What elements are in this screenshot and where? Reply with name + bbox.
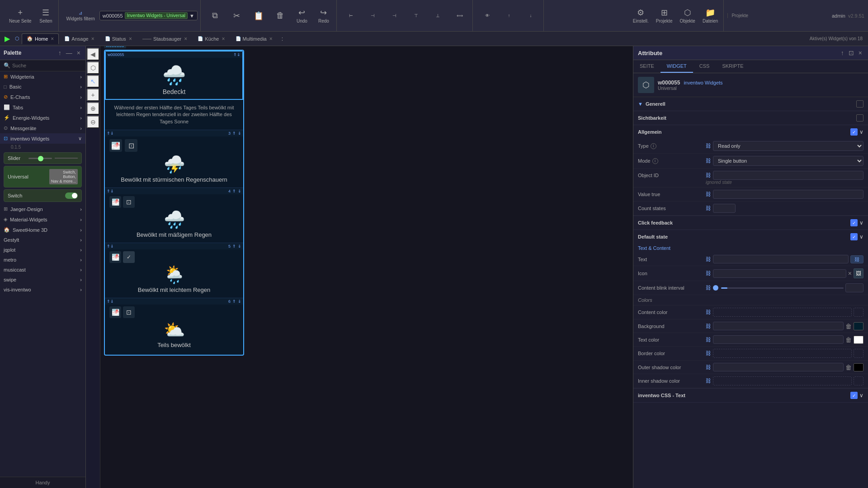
type-link-icon[interactable]: ⛓ <box>706 143 711 149</box>
blink-value-input[interactable]: 0 <box>845 283 863 292</box>
category-energie[interactable]: ⚡ Energie-Widgets › <box>0 113 85 123</box>
attr-expand-button[interactable]: ↑ <box>840 49 845 57</box>
content-color-link[interactable]: ⛓ <box>706 309 711 315</box>
section-inventwo-css-header[interactable]: inventwo CSS - Text ✓ ∨ <box>633 389 868 402</box>
files-button[interactable]: 📁 Dateien <box>700 6 721 25</box>
bordercolor-swatch[interactable] <box>854 349 863 358</box>
category-musiccast[interactable]: musiccast › <box>0 265 85 275</box>
icon-clear-button[interactable]: × <box>848 270 852 277</box>
tab-more-button[interactable]: : <box>278 34 287 44</box>
textcolor-input[interactable]: rgba(255,255,255,1) <box>713 335 844 344</box>
tab-status-close[interactable]: × <box>129 36 132 42</box>
tab-ansage-close[interactable]: × <box>91 36 94 42</box>
align-center-button[interactable]: ⊣ <box>363 11 383 20</box>
category-inventwo[interactable]: ⊡ inventwo Widgets ∨ <box>0 133 85 144</box>
bordercolor-input[interactable] <box>713 349 852 358</box>
tab-kueche-close[interactable]: × <box>222 36 225 42</box>
text-field-input[interactable]: {daswetter.0.NextHours.Location_1.Day_1.… <box>713 255 849 263</box>
valuetrue-input[interactable] <box>713 190 863 199</box>
delete-button[interactable]: 🗑 <box>270 9 290 22</box>
blink-link-icon[interactable]: ⛓ <box>706 285 711 291</box>
mode-select[interactable]: Single button <box>713 156 863 166</box>
category-swipe[interactable]: swipe › <box>0 275 85 285</box>
import-button[interactable]: ↓ <box>521 11 541 20</box>
objectid-link-icon[interactable]: ⛓ <box>706 172 711 178</box>
category-metro[interactable]: metro › <box>0 255 85 265</box>
play-button[interactable]: ▶ <box>2 34 13 43</box>
textcolor-link[interactable]: ⛓ <box>706 337 711 343</box>
category-material[interactable]: ◈ Material-Widgets › <box>0 214 85 225</box>
content-color-input[interactable] <box>713 308 852 317</box>
section-sichtbarkeit-header[interactable]: Sichtbarkeit <box>633 111 868 125</box>
section-generell-header[interactable]: ▼ Generell <box>633 97 868 111</box>
inventwo-css-checkbox[interactable]: ✓ <box>850 392 858 399</box>
outershadow-link[interactable]: ⛓ <box>706 364 711 371</box>
category-echarts[interactable]: ⊘ E-Charts › <box>0 92 85 102</box>
palette-universal-card[interactable]: Universal Switch, Button, Nav & more... <box>4 166 82 188</box>
tab-home[interactable]: 🏠 Home × <box>22 33 59 44</box>
clickfeedback-checkbox[interactable]: ✓ <box>850 219 858 226</box>
category-jaeger[interactable]: ⊞ Jaeger-Design › <box>0 204 85 214</box>
redo-button[interactable]: ↪ Redo <box>314 6 334 25</box>
defaultstate-checkbox[interactable]: ✓ <box>850 233 858 240</box>
textcolor-swatch[interactable] <box>854 336 863 344</box>
weather-widget[interactable]: w000055 ⇑⇓ 🌧️ Bedeckt Während der ersten… <box>104 50 244 356</box>
filter-button[interactable]: ⊿ Widgets filtern <box>63 9 97 23</box>
cut-button[interactable]: ✂ <box>227 9 247 23</box>
countstates-link-icon[interactable]: ⛓ <box>706 205 711 211</box>
attr-float-button[interactable]: ⊡ <box>847 49 855 57</box>
tab-kueche[interactable]: 📄 Küche × <box>193 33 230 44</box>
countstates-input[interactable]: 0 <box>713 204 736 213</box>
type-select[interactable]: Read only <box>713 141 863 151</box>
tab-ansage[interactable]: 📄 Ansage × <box>59 33 99 44</box>
align-left-button[interactable]: ⊢ <box>341 11 361 20</box>
align-top-button[interactable]: ⊤ <box>406 11 426 20</box>
objectid-input[interactable]: nothing_selected <box>713 171 863 180</box>
palette-close-button[interactable]: × <box>75 49 82 57</box>
undo-button[interactable]: ↩ Undo <box>292 6 312 25</box>
section-clickfeedback-header[interactable]: Click feedback ✓ ∨ <box>633 216 868 230</box>
pages-button[interactable]: ☰ Seiten <box>36 6 56 25</box>
tab-staubsauger[interactable]: —— Staubsauger × <box>137 33 192 44</box>
icon-preview-thumb[interactable]: 🖼 <box>854 268 863 278</box>
icon-field-input[interactable]: {daswetter.0.NextHours.Location_1.Day_1.… <box>713 269 846 278</box>
align-right-button[interactable]: ⊣ <box>385 11 405 20</box>
palette-slider-card[interactable]: Slider <box>4 152 82 164</box>
section-defaultstate-header[interactable]: Default state ✓ ∨ <box>633 230 868 244</box>
settings-button[interactable]: ⚙ Einstell. <box>630 6 651 25</box>
mode-info-icon[interactable]: i <box>652 158 658 164</box>
objects-button[interactable]: ⬡ Objekte <box>677 6 698 25</box>
text-link-icon[interactable]: ⛓ <box>706 256 711 263</box>
palette-search-input[interactable] <box>12 63 82 68</box>
background-clear-button[interactable]: 🗑 <box>845 323 852 330</box>
category-messgeraete[interactable]: ⊙ Messgeräte › <box>0 123 85 133</box>
side-nav-collapse[interactable]: ◀ <box>87 48 99 61</box>
tab-home-close[interactable]: × <box>51 36 54 42</box>
outershadow-swatch[interactable] <box>854 363 863 371</box>
projects-button[interactable]: ⊞ Projekte <box>653 6 675 25</box>
side-nav-add[interactable]: + <box>87 89 99 101</box>
side-nav-zoom-out[interactable]: ⊖ <box>87 116 99 128</box>
attr-tab-skripte[interactable]: SKRIPTE <box>716 60 750 73</box>
category-jqplot[interactable]: jqplot › <box>0 245 85 255</box>
mode-link-icon[interactable]: ⛓ <box>706 158 711 164</box>
side-nav-select[interactable]: ↖ <box>87 75 99 88</box>
tab-multimedia[interactable]: 📄 Multimedia × <box>231 33 278 44</box>
attr-tab-seite[interactable]: SEITE <box>633 60 660 73</box>
category-basic[interactable]: □ Basic › <box>0 82 85 92</box>
attr-tab-css[interactable]: CSS <box>693 60 716 73</box>
palette-collapse-button[interactable]: — <box>65 49 74 57</box>
bordercolor-link[interactable]: ⛓ <box>706 350 711 357</box>
tab-multimedia-close[interactable]: × <box>269 36 273 42</box>
category-gestylt[interactable]: Gestylt › <box>0 235 85 245</box>
tab-status[interactable]: 📄 Status × <box>100 33 137 44</box>
align-bottom-button[interactable]: ⊥ <box>428 11 448 20</box>
section-allgemein-header[interactable]: Allgemein ✓ ∨ <box>633 125 868 139</box>
background-link[interactable]: ⛓ <box>706 323 711 329</box>
palette-expand-button[interactable]: ↑ <box>57 49 63 57</box>
tab-staubsauger-close[interactable]: × <box>184 36 187 42</box>
side-nav-move[interactable]: ⬡ <box>87 61 99 74</box>
category-tabs[interactable]: ⬜ Tabs › <box>0 102 85 113</box>
category-widgeteria[interactable]: ⊞ Widgeteria › <box>0 71 85 82</box>
category-vis-inventwo[interactable]: vis-inventwo › <box>0 285 85 295</box>
